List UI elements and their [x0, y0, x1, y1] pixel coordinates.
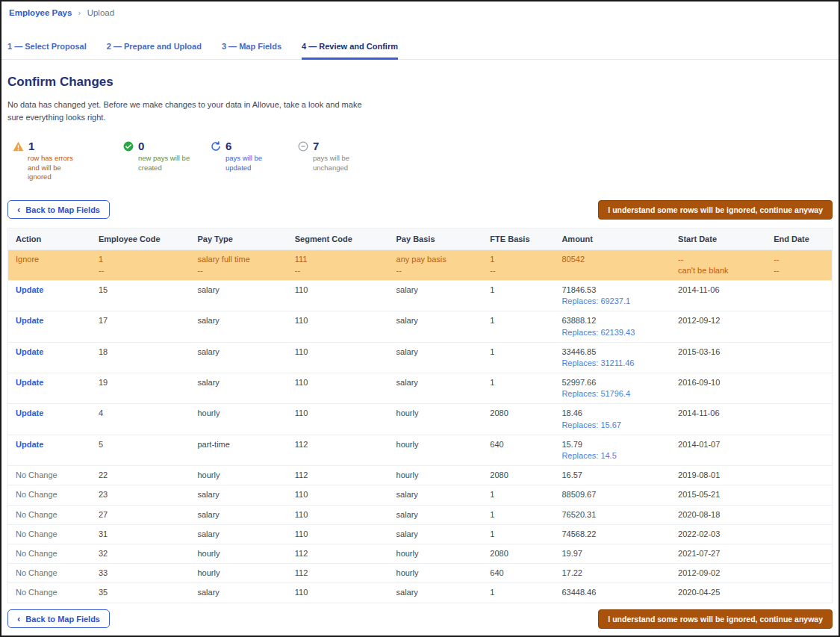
- table-cell: 1: [482, 373, 554, 404]
- column-header: End Date: [766, 228, 832, 249]
- table-cell: 19: [91, 373, 190, 404]
- table-cell: [766, 564, 832, 583]
- table-cell: 1: [482, 583, 554, 603]
- table-cell: 112: [287, 435, 389, 465]
- table-cell: salary: [190, 280, 287, 311]
- table-cell: ----: [766, 249, 832, 280]
- action-cell: Update: [8, 373, 92, 404]
- step-prepare-and-upload[interactable]: 2 — Prepare and Upload: [107, 42, 202, 60]
- table-cell: 88509.67: [554, 485, 671, 505]
- action-cell: No Change: [8, 524, 92, 544]
- table-cell: 110: [287, 505, 389, 524]
- table-cell: 112: [287, 466, 389, 485]
- table-cell: 1: [482, 311, 554, 342]
- back-to-map-fields-button-bottom[interactable]: ‹ Back to Map Fields: [7, 609, 110, 628]
- table-row: Update5part-time112hourly64015.79Replace…: [8, 435, 833, 465]
- table-cell: salary: [389, 342, 483, 373]
- table-cell: salary: [190, 524, 287, 544]
- table-cell: salary full time--: [190, 249, 287, 280]
- action-cell: No Change: [8, 544, 92, 563]
- stat-count: 7: [313, 140, 319, 152]
- table-cell: 2080: [482, 466, 554, 485]
- back-button-label: Back to Map Fields: [25, 205, 100, 214]
- table-cell: 110: [287, 373, 389, 404]
- row-action-label: No Change: [16, 549, 57, 558]
- continue-anyway-button-bottom[interactable]: I understand some rows will be ignored, …: [598, 609, 833, 629]
- chevron-left-icon: ‹: [17, 614, 20, 624]
- table-cell: 2020-04-25: [671, 583, 766, 603]
- step-select-proposal[interactable]: 1 — Select Proposal: [7, 42, 87, 60]
- column-header: Employee Code: [91, 228, 190, 249]
- action-cell: No Change: [8, 564, 92, 583]
- table-cell: 31: [91, 524, 190, 544]
- action-cell: No Change: [8, 583, 92, 603]
- breadcrumb-current: Upload: [87, 8, 114, 17]
- warning-icon: [13, 141, 24, 152]
- step-review-and-confirm[interactable]: 4 — Review and Confirm: [302, 42, 398, 60]
- review-table: ActionEmployee CodePay TypeSegment CodeP…: [7, 228, 833, 603]
- table-cell: salary: [389, 485, 483, 505]
- stat-caption: pays will be updated: [211, 154, 279, 173]
- row-action-label: No Change: [16, 588, 57, 597]
- table-cell: 2022-02-03: [671, 524, 766, 544]
- stat-unchanged: 7 pays will be unchanged: [298, 140, 385, 182]
- table-cell: salary: [389, 505, 483, 524]
- table-cell: salary: [389, 311, 483, 342]
- stat-count: 0: [138, 140, 144, 152]
- action-cell: Update: [8, 435, 92, 465]
- table-cell: 112: [287, 564, 389, 583]
- stat-caption: pays will be unchanged: [298, 154, 367, 173]
- table-cell: 2015-03-16: [671, 342, 766, 373]
- stat-count: 1: [28, 140, 34, 152]
- action-cell: No Change: [8, 466, 92, 485]
- table-cell: 16.57: [554, 466, 671, 485]
- table-cell: 15.79Replaces: 14.5: [554, 435, 671, 465]
- table-cell: 71846.53Replaces: 69237.1: [554, 280, 671, 311]
- table-cell: 2080: [482, 544, 554, 563]
- table-cell: [766, 311, 832, 342]
- chevron-left-icon: ‹: [17, 205, 20, 214]
- breadcrumb-separator-icon: ›: [78, 8, 81, 17]
- table-cell: [766, 342, 832, 373]
- column-header: Amount: [554, 228, 671, 249]
- step-map-fields[interactable]: 3 — Map Fields: [222, 42, 281, 60]
- table-cell: salary: [190, 583, 287, 603]
- table-cell: [766, 524, 832, 544]
- table-cell: hourly: [190, 404, 287, 435]
- action-cell: No Change: [8, 505, 92, 524]
- action-cell: Update: [8, 342, 92, 373]
- table-cell: [766, 373, 832, 404]
- column-header: FTE Basis: [482, 228, 554, 249]
- row-action-label: Update: [16, 378, 43, 387]
- table-cell: salary: [190, 342, 287, 373]
- table-cell: 110: [287, 404, 389, 435]
- sync-icon: [211, 141, 221, 152]
- table-cell: 80542: [554, 249, 671, 280]
- table-cell: 110: [287, 280, 389, 311]
- table-cell: 18: [91, 342, 190, 373]
- top-actions: ‹ Back to Map Fields I understand some r…: [7, 200, 833, 220]
- table-cell: 1--: [91, 249, 190, 280]
- table-cell: 2012-09-02: [671, 564, 766, 583]
- table-row: No Change35salary110salary163448.462020-…: [8, 583, 833, 603]
- table-cell: hourly: [389, 404, 483, 435]
- back-to-map-fields-button[interactable]: ‹ Back to Map Fields: [7, 200, 110, 219]
- table-cell: part-time: [190, 435, 287, 465]
- back-button-label: Back to Map Fields: [25, 615, 100, 624]
- table-cell: any pay basis--: [389, 249, 483, 280]
- table-row: Update4hourly110hourly208018.46Replaces:…: [8, 404, 833, 435]
- table-cell: hourly: [389, 564, 483, 583]
- table-cell: salary: [190, 311, 287, 342]
- continue-anyway-button[interactable]: I understand some rows will be ignored, …: [598, 200, 833, 220]
- breadcrumb-employee-pays[interactable]: Employee Pays: [9, 8, 72, 17]
- table-cell: 2014-11-06: [671, 280, 766, 311]
- table-cell: [766, 404, 832, 435]
- table-cell: salary: [389, 280, 483, 311]
- table-cell: 23: [91, 485, 190, 505]
- table-cell: 76520.31: [554, 505, 671, 524]
- stat-errors: 1 row has errors and will be ignored: [13, 140, 123, 182]
- row-action-label: No Change: [16, 490, 57, 499]
- table-body: Ignore1--salary full time--111--any pay …: [8, 249, 833, 603]
- row-action-label: Update: [16, 408, 43, 417]
- table-cell: salary: [389, 583, 483, 603]
